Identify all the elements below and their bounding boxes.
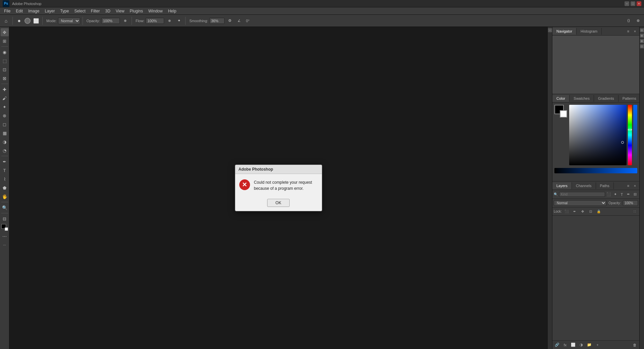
tab-gradients[interactable]: Gradients	[594, 95, 618, 102]
home-button[interactable]: ⌂	[2, 17, 10, 25]
layer-link-btn[interactable]: 🔗	[554, 342, 560, 348]
tool-text[interactable]: T	[1, 166, 9, 174]
menu-select[interactable]: Select	[71, 8, 88, 14]
lock-pixels-btn[interactable]: ⬛	[563, 208, 570, 215]
menu-edit[interactable]: Edit	[13, 8, 26, 14]
tool-zoom[interactable]: 🔍	[1, 204, 9, 212]
tool-history[interactable]: ⊗	[1, 112, 9, 120]
tab-navigator[interactable]: Navigator	[552, 28, 577, 35]
layer-new-btn[interactable]: ＋	[594, 342, 601, 348]
layer-filter-vector[interactable]: ✒	[626, 191, 632, 198]
opacity-input[interactable]: 100%	[101, 18, 120, 24]
tool-dots[interactable]: ···	[1, 241, 9, 249]
minimize-button[interactable]: −	[625, 1, 629, 6]
layer-filter-text[interactable]: T	[619, 191, 625, 198]
smoothing-settings[interactable]: ⚙	[226, 17, 234, 25]
lock-draw-btn[interactable]: ✒	[571, 208, 578, 215]
tab-layers[interactable]: Layers	[552, 182, 572, 189]
menu-view[interactable]: View	[113, 8, 127, 14]
menu-help[interactable]: Help	[165, 8, 179, 14]
panel-menu-icon[interactable]: ≡	[625, 28, 631, 34]
color-spectrum[interactable]	[569, 105, 627, 165]
side-strip-btn-1[interactable]: ⊟	[640, 28, 644, 32]
color-hue-bar[interactable]	[628, 105, 632, 165]
menu-file[interactable]: File	[1, 8, 13, 14]
tool-artboard[interactable]: ⊞	[1, 37, 9, 45]
menu-type[interactable]: Type	[57, 8, 71, 14]
tool-gradient[interactable]: ▦	[1, 129, 9, 137]
fill-btn[interactable]: ∷	[631, 208, 638, 215]
smoothing-input[interactable]: 36%	[209, 18, 225, 24]
tab-patterns[interactable]: Patterns	[618, 95, 641, 102]
tab-histogram[interactable]: Histogram	[577, 28, 602, 35]
side-strip-btn-3[interactable]: ⊠	[640, 39, 644, 43]
layers-panel-close[interactable]: ×	[632, 183, 638, 189]
side-strip-btn-4[interactable]: ⊡	[640, 44, 644, 48]
tool-clone[interactable]: ✦	[1, 103, 9, 111]
menu-window[interactable]: Window	[146, 8, 165, 14]
layer-folder-btn[interactable]: 📁	[586, 342, 593, 348]
layer-blend-select[interactable]: Normal	[554, 200, 606, 206]
tool-move[interactable]: ✥	[1, 28, 9, 36]
symmetry-button[interactable]: ⟨⟩	[625, 17, 633, 25]
tab-swatches[interactable]: Swatches	[569, 95, 594, 102]
collapse-strip-btn[interactable]: ‹	[548, 28, 552, 32]
layer-filter-adjustment[interactable]: ✦	[612, 191, 618, 198]
lock-artboard-btn[interactable]: ⊡	[587, 208, 594, 215]
tool-crop[interactable]: ⊡	[1, 66, 9, 74]
brush-preset-picker[interactable]: ●	[15, 17, 23, 25]
panel-close-icon[interactable]: ×	[632, 28, 638, 34]
layer-delete-btn[interactable]: 🗑	[631, 342, 638, 348]
tool-eyedropper[interactable]: ⊠	[1, 74, 9, 82]
tool-blur[interactable]: ◑	[1, 138, 9, 146]
layers-panel-menu[interactable]: ≡	[625, 183, 631, 189]
brush-mode-button[interactable]: ⬜	[32, 17, 40, 25]
tool-eraser[interactable]: ◻	[1, 120, 9, 128]
pressure-button[interactable]: ⊛	[634, 17, 642, 25]
tool-pen[interactable]: ✒	[1, 158, 9, 166]
menu-filter[interactable]: Filter	[88, 8, 103, 14]
menu-plugins[interactable]: Plugins	[127, 8, 146, 14]
titlebar-controls[interactable]: − □ ×	[625, 1, 641, 6]
airbrush-button[interactable]: ✦	[175, 17, 183, 25]
tab-channels[interactable]: Channels	[572, 182, 596, 189]
layer-fx-btn[interactable]: fx	[562, 342, 568, 348]
tool-heal[interactable]: ✚	[1, 85, 9, 93]
tab-color[interactable]: Color	[552, 95, 569, 102]
restore-button[interactable]: □	[631, 1, 635, 6]
tool-brush[interactable]: 🖌	[1, 94, 9, 102]
tool-3d[interactable]: ⊟	[1, 215, 9, 223]
tab-paths[interactable]: Paths	[596, 182, 614, 189]
tool-dodge[interactable]: ◔	[1, 146, 9, 155]
ok-button[interactable]: OK	[267, 199, 290, 207]
close-button[interactable]: ×	[637, 1, 641, 6]
tool-path[interactable]: ⌇	[1, 175, 9, 183]
color-alpha-bar[interactable]	[633, 105, 637, 165]
fg-bg-swatches[interactable]	[554, 105, 567, 118]
flow-input[interactable]: 100%	[146, 18, 164, 24]
menu-3d[interactable]: 3D	[102, 8, 113, 14]
angle-button[interactable]: ∠	[235, 17, 243, 25]
brush-settings-button[interactable]	[24, 18, 31, 24]
background-color[interactable]	[560, 110, 567, 118]
layer-mask-btn[interactable]: ⬜	[570, 342, 577, 348]
kind-search-input[interactable]	[559, 192, 605, 197]
opacity-pressure-button[interactable]: ⊕	[121, 17, 129, 25]
color-bottom-bar[interactable]	[554, 168, 637, 173]
layer-filter-pixel[interactable]: ⬛	[606, 191, 612, 198]
layer-opacity-input[interactable]	[623, 200, 638, 206]
tool-select[interactable]: ⬚	[1, 57, 9, 65]
tool-lasso[interactable]: ◉	[1, 48, 9, 56]
layer-filter-smart[interactable]: ⊟	[632, 191, 638, 198]
lock-move-btn[interactable]: ✥	[579, 208, 586, 215]
menu-image[interactable]: Image	[26, 8, 42, 14]
lock-all-btn[interactable]: 🔒	[595, 208, 602, 215]
fg-bg-swatch[interactable]	[1, 223, 9, 231]
tool-shape[interactable]: ⬟	[1, 184, 9, 192]
menu-layer[interactable]: Layer	[42, 8, 57, 14]
layer-adjustment-btn[interactable]: ◑	[578, 342, 585, 348]
tool-extra[interactable]: ⋯	[1, 232, 9, 240]
tool-hand[interactable]: 🖐	[1, 192, 9, 201]
side-strip-btn-2[interactable]: ⊞	[640, 34, 644, 38]
flow-pressure-button[interactable]: ⊕	[165, 17, 174, 25]
